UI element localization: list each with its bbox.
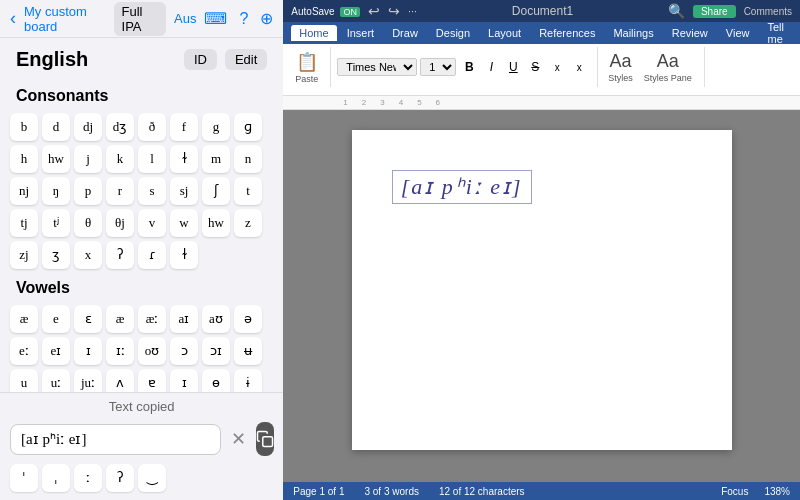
- custom-board-link[interactable]: My custom board: [24, 4, 106, 34]
- symbol-ɪ2[interactable]: ɪ: [170, 369, 198, 392]
- italic-button[interactable]: I: [481, 57, 501, 77]
- symbol-ɨ[interactable]: ɨ: [234, 369, 262, 392]
- font-name-selector[interactable]: Times New...: [337, 58, 417, 76]
- symbol-ɾ[interactable]: ɾ: [138, 241, 166, 269]
- symbol-ɔ[interactable]: ɔ: [170, 337, 198, 365]
- symbol-m[interactable]: m: [202, 145, 230, 173]
- more-icon[interactable]: ···: [408, 5, 417, 17]
- focus-label[interactable]: Focus: [721, 486, 748, 497]
- tab-tell-me[interactable]: Tell me: [759, 19, 792, 47]
- symbol-e[interactable]: e: [42, 305, 70, 333]
- styles-button[interactable]: Aa Styles: [604, 49, 637, 85]
- symbol-x[interactable]: x: [74, 241, 102, 269]
- symbol-aʊ[interactable]: aʊ: [202, 305, 230, 333]
- font-size-selector[interactable]: 12: [420, 58, 456, 76]
- paste-button[interactable]: 📋 Paste: [291, 49, 322, 86]
- glottal-stop-bottom[interactable]: ʔ: [106, 464, 134, 492]
- symbol-ɔɪ[interactable]: ɔɪ: [202, 337, 230, 365]
- settings-icon[interactable]: ⊕: [260, 9, 273, 28]
- clear-button[interactable]: ✕: [229, 428, 248, 450]
- edit-button[interactable]: Edit: [225, 49, 267, 70]
- full-ipa-tab[interactable]: Full IPA: [114, 2, 166, 36]
- bold-button[interactable]: B: [459, 57, 479, 77]
- symbol-ɵ[interactable]: ɵ: [202, 369, 230, 392]
- symbol-æ[interactable]: æ: [10, 305, 38, 333]
- redo-icon[interactable]: ↪: [388, 3, 400, 19]
- symbol-z[interactable]: z: [234, 209, 262, 237]
- symbol-ə[interactable]: ə: [234, 305, 262, 333]
- symbol-ɪ[interactable]: ɪ: [74, 337, 102, 365]
- symbol-l[interactable]: l: [138, 145, 166, 173]
- symbol-v[interactable]: v: [138, 209, 166, 237]
- tab-draw[interactable]: Draw: [384, 25, 426, 41]
- share-button[interactable]: Share: [693, 5, 736, 18]
- underline-button[interactable]: U: [503, 57, 523, 77]
- symbol-uː[interactable]: uː: [42, 369, 70, 392]
- symbol-dj[interactable]: dj: [74, 113, 102, 141]
- symbol-r[interactable]: r: [106, 177, 134, 205]
- symbol-g[interactable]: g: [202, 113, 230, 141]
- symbol-n[interactable]: n: [234, 145, 262, 173]
- symbol-p[interactable]: p: [74, 177, 102, 205]
- symbol-tʲ[interactable]: tʲ: [42, 209, 70, 237]
- symbol-ɡ[interactable]: ɡ: [234, 113, 262, 141]
- symbol-sj[interactable]: sj: [170, 177, 198, 205]
- copy-button[interactable]: [256, 422, 274, 456]
- symbol-j[interactable]: j: [74, 145, 102, 173]
- back-icon[interactable]: ‹: [10, 8, 16, 29]
- long-vowel[interactable]: ː: [74, 464, 102, 492]
- symbol-æː[interactable]: æː: [138, 305, 166, 333]
- symbol-w[interactable]: w: [170, 209, 198, 237]
- symbol-ð[interactable]: ð: [138, 113, 166, 141]
- symbol-oʊ[interactable]: oʊ: [138, 337, 166, 365]
- symbol-ʉ[interactable]: ʉ: [234, 337, 262, 365]
- stress-secondary[interactable]: ˌ: [42, 464, 70, 492]
- comments-button[interactable]: Comments: [744, 6, 792, 17]
- symbol-dʒ[interactable]: dʒ: [106, 113, 134, 141]
- symbol-t[interactable]: t: [234, 177, 262, 205]
- symbol-nj[interactable]: nj: [10, 177, 38, 205]
- help-icon[interactable]: ?: [239, 10, 248, 28]
- tab-references[interactable]: References: [531, 25, 603, 41]
- tab-layout[interactable]: Layout: [480, 25, 529, 41]
- symbol-s[interactable]: s: [138, 177, 166, 205]
- search-icon[interactable]: 🔍: [668, 3, 685, 19]
- symbol-h[interactable]: h: [10, 145, 38, 173]
- symbol-f[interactable]: f: [170, 113, 198, 141]
- symbol-b[interactable]: b: [10, 113, 38, 141]
- symbol-juː[interactable]: juː: [74, 369, 102, 392]
- tab-insert[interactable]: Insert: [339, 25, 383, 41]
- symbol-glottal[interactable]: ʔ: [106, 241, 134, 269]
- symbol-ʃ[interactable]: ʃ: [202, 177, 230, 205]
- strikethrough-button[interactable]: S: [525, 57, 545, 77]
- symbol-ŋ[interactable]: ŋ: [42, 177, 70, 205]
- tab-design[interactable]: Design: [428, 25, 478, 41]
- symbol-lj[interactable]: ɫ: [170, 145, 198, 173]
- symbol-hw2[interactable]: hw: [202, 209, 230, 237]
- id-button[interactable]: ID: [184, 49, 217, 70]
- tie-mark[interactable]: ‿: [138, 464, 166, 492]
- symbol-ɛ[interactable]: ɛ: [74, 305, 102, 333]
- tab-home[interactable]: Home: [291, 25, 336, 41]
- symbol-ʌ[interactable]: ʌ: [106, 369, 134, 392]
- keyboard-icon[interactable]: ⌨: [204, 9, 227, 28]
- tab-mailings[interactable]: Mailings: [605, 25, 661, 41]
- symbol-u[interactable]: u: [10, 369, 38, 392]
- subscript-button[interactable]: x: [547, 57, 567, 77]
- symbol-θ[interactable]: θ: [74, 209, 102, 237]
- symbol-aɪ[interactable]: aɪ: [170, 305, 198, 333]
- symbol-ae[interactable]: æ: [106, 305, 134, 333]
- symbol-k[interactable]: k: [106, 145, 134, 173]
- symbol-eɪ[interactable]: eɪ: [42, 337, 70, 365]
- symbol-ɪː[interactable]: ɪː: [106, 337, 134, 365]
- stress-primary[interactable]: ˈ: [10, 464, 38, 492]
- tab-view[interactable]: View: [718, 25, 758, 41]
- symbol-ɫ[interactable]: ɫ: [170, 241, 198, 269]
- aus-tab[interactable]: Aus: [174, 11, 196, 26]
- symbol-eː[interactable]: eː: [10, 337, 38, 365]
- symbol-ʒ[interactable]: ʒ: [42, 241, 70, 269]
- symbol-θj[interactable]: θj: [106, 209, 134, 237]
- symbol-ɐ[interactable]: ɐ: [138, 369, 166, 392]
- symbol-hw[interactable]: hw: [42, 145, 70, 173]
- tab-review[interactable]: Review: [664, 25, 716, 41]
